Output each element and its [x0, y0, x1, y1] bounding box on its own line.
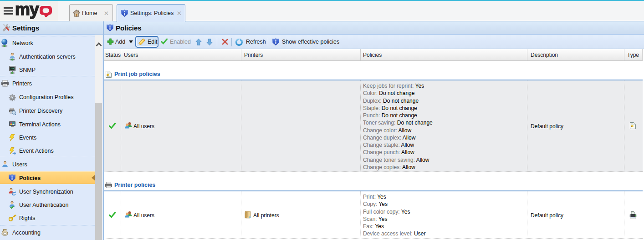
svg-text:my: my	[15, 0, 39, 19]
